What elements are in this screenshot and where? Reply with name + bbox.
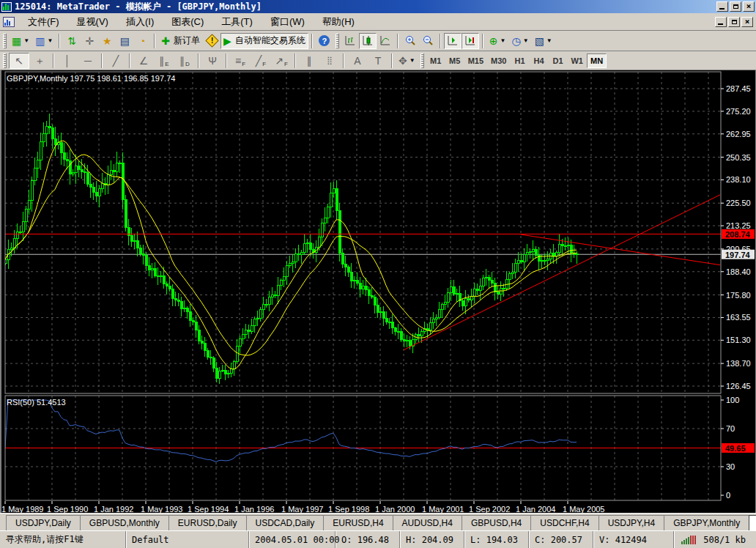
child-restore-button[interactable] bbox=[728, 17, 740, 27]
svg-text:1 Jan 2000: 1 Jan 2000 bbox=[375, 505, 415, 513]
svg-text:0: 0 bbox=[726, 491, 730, 500]
chart-tab-7[interactable]: USDCHF,H4 bbox=[530, 515, 598, 530]
chart-doc-icon bbox=[3, 17, 15, 27]
svg-text:138.70: 138.70 bbox=[726, 359, 751, 368]
status-profile[interactable]: Default bbox=[126, 531, 249, 548]
symbol-ohlc-label: GBPJPY,Monthly 197.75 198.61 196.85 197.… bbox=[7, 74, 175, 83]
zoom-out-button[interactable] bbox=[419, 33, 437, 49]
connection-status-icon bbox=[681, 536, 696, 544]
crosshair-tool-button[interactable]: ＋ bbox=[29, 53, 50, 69]
toolbar-separator bbox=[482, 34, 483, 48]
toolbar-grip[interactable] bbox=[3, 53, 7, 68]
new-order-button[interactable]: ✚新订单 bbox=[158, 33, 203, 49]
toolbar-separator bbox=[391, 53, 393, 68]
period-button-h1[interactable]: H1 bbox=[510, 53, 529, 68]
toolbar-grip[interactable] bbox=[420, 53, 424, 68]
svg-text:30: 30 bbox=[726, 462, 735, 471]
equidistant-channel-tool-button[interactable]: ∥E bbox=[154, 53, 174, 69]
chart-tab-2[interactable]: EURUSD,Daily bbox=[168, 515, 246, 530]
market-watch-button[interactable]: ⇅ bbox=[63, 33, 81, 49]
svg-text:1 Sep 1994: 1 Sep 1994 bbox=[188, 505, 229, 513]
arrows-tool-button[interactable]: ✥▼ bbox=[396, 53, 418, 69]
restore-button[interactable] bbox=[730, 1, 741, 12]
child-minimize-button[interactable] bbox=[715, 17, 727, 27]
stddev-channel-tool-button[interactable]: ∥D bbox=[174, 53, 195, 69]
auto-scroll-button[interactable] bbox=[444, 33, 462, 49]
menu-item-5[interactable]: 窗口(W) bbox=[262, 13, 314, 31]
svg-text:208.74: 208.74 bbox=[725, 230, 751, 239]
menu-item-1[interactable]: 显视(V) bbox=[68, 13, 117, 31]
cursor-tool-button[interactable]: ↖ bbox=[9, 53, 29, 69]
fibonacci-retracement-tool-button[interactable]: ≡F bbox=[230, 53, 251, 69]
svg-text:238.10: 238.10 bbox=[726, 175, 751, 184]
strategy-tester-button[interactable]: ◔ bbox=[133, 33, 151, 49]
chart-canvas[interactable]: 287.45275.20262.95250.35238.10225.50213.… bbox=[0, 70, 756, 513]
svg-text:225.50: 225.50 bbox=[726, 199, 751, 207]
minimize-button[interactable] bbox=[716, 1, 728, 12]
child-close-button[interactable]: × bbox=[741, 17, 753, 27]
chart-svg[interactable]: 287.45275.20262.95250.35238.10225.50213.… bbox=[1, 70, 755, 513]
menu-item-2[interactable]: 插入(I) bbox=[117, 13, 163, 31]
menu-item-6[interactable]: 帮助(H) bbox=[314, 13, 363, 31]
chart-tab-1[interactable]: GBPUSD,Monthly bbox=[80, 515, 168, 530]
chart-tab-8[interactable]: USDJPY,H4 bbox=[598, 515, 664, 530]
svg-text:1 Jan 1996: 1 Jan 1996 bbox=[234, 505, 274, 513]
svg-text:151.30: 151.30 bbox=[726, 336, 751, 344]
close-button[interactable]: × bbox=[743, 1, 755, 12]
vertical-line-tool-button[interactable]: │ bbox=[57, 53, 78, 69]
svg-text:1 Sep 1990: 1 Sep 1990 bbox=[47, 505, 88, 513]
terminal-button[interactable]: ▤ bbox=[116, 33, 133, 49]
candlestick-chart-button[interactable] bbox=[359, 33, 377, 49]
toolbar-separator bbox=[59, 34, 60, 48]
periods-button[interactable]: ◷▼ bbox=[508, 33, 531, 49]
period-button-d1[interactable]: D1 bbox=[548, 53, 567, 68]
chart-shift-button[interactable] bbox=[462, 33, 479, 49]
profiles-button[interactable]: ▥▼ bbox=[32, 33, 56, 49]
new-chart-button[interactable]: ▦▼ bbox=[9, 33, 32, 49]
expert-advisors-button[interactable]: ▶自动智能交易系统 bbox=[220, 33, 308, 49]
chart-tab-10[interactable]: GBPJPY,Monthly bbox=[749, 515, 756, 530]
navigator-button[interactable]: ★ bbox=[98, 33, 116, 49]
window-title: 125014: MetaTrader - 模拟帐户 - [GBPJPY,Mont… bbox=[15, 1, 262, 13]
chart-tab-6[interactable]: GBPUSD,H4 bbox=[462, 515, 530, 530]
chart-tab-0[interactable]: USDJPY,Daily bbox=[6, 515, 80, 530]
period-button-m1[interactable]: M1 bbox=[426, 53, 445, 68]
toolbar-grip[interactable] bbox=[336, 34, 339, 48]
templates-button[interactable]: ▧▼ bbox=[532, 33, 555, 49]
metaeditor-button[interactable]: ! bbox=[203, 33, 220, 49]
text-label-tool-button[interactable]: T bbox=[368, 53, 388, 69]
fibonacci-expansion-tool-button[interactable]: ↗F bbox=[271, 53, 292, 69]
toolbar-grip[interactable] bbox=[3, 34, 7, 48]
parallel-lines-tool-button[interactable]: ∥ bbox=[299, 53, 319, 69]
menu-item-3[interactable]: 图表(C) bbox=[163, 13, 212, 31]
period-button-w1[interactable]: W1 bbox=[567, 53, 587, 68]
fibonacci-timezones-tool-button[interactable]: ⦙⦙ bbox=[319, 53, 340, 69]
status-open: O: 196.48 bbox=[336, 531, 400, 548]
trend-by-angle-tool-button[interactable]: ∠ bbox=[133, 53, 154, 69]
menu-item-4[interactable]: 工具(T) bbox=[212, 13, 262, 31]
svg-text:1 Jan 1992: 1 Jan 1992 bbox=[94, 505, 133, 513]
horizontal-line-tool-button[interactable]: ─ bbox=[78, 53, 98, 69]
andrews-pitchfork-tool-button[interactable]: Ψ bbox=[202, 53, 223, 69]
period-button-m30[interactable]: M30 bbox=[487, 53, 510, 68]
text-tool-button[interactable]: A bbox=[347, 53, 368, 69]
chart-tab-9[interactable]: GBPJPY,Monthly bbox=[664, 515, 749, 530]
period-button-mn[interactable]: MN bbox=[587, 53, 607, 68]
period-button-m15[interactable]: M15 bbox=[464, 53, 487, 68]
indicators-button[interactable]: ⊕▼ bbox=[486, 33, 509, 49]
help-button[interactable]: ? bbox=[316, 33, 333, 49]
trendline-tool-button[interactable]: ╱ bbox=[105, 53, 126, 69]
data-window-button[interactable]: ✛ bbox=[81, 33, 98, 49]
zoom-in-button[interactable] bbox=[401, 33, 419, 49]
line-chart-button[interactable] bbox=[377, 33, 394, 49]
svg-text:1 Jan 2004: 1 Jan 2004 bbox=[516, 505, 555, 513]
bar-chart-button[interactable] bbox=[341, 33, 359, 49]
chart-tab-3[interactable]: USDCAD,Daily bbox=[246, 515, 324, 530]
chart-tab-5[interactable]: AUDUSD,H4 bbox=[393, 515, 462, 530]
svg-text:1 Sep 2002: 1 Sep 2002 bbox=[469, 505, 510, 513]
period-button-m5[interactable]: M5 bbox=[445, 53, 464, 68]
fibonacci-fan-tool-button[interactable]: ╱F bbox=[251, 53, 271, 69]
chart-tab-4[interactable]: EURUSD,H4 bbox=[323, 515, 392, 530]
period-button-h4[interactable]: H4 bbox=[529, 53, 548, 68]
menu-item-0[interactable]: 文件(F) bbox=[19, 13, 68, 31]
